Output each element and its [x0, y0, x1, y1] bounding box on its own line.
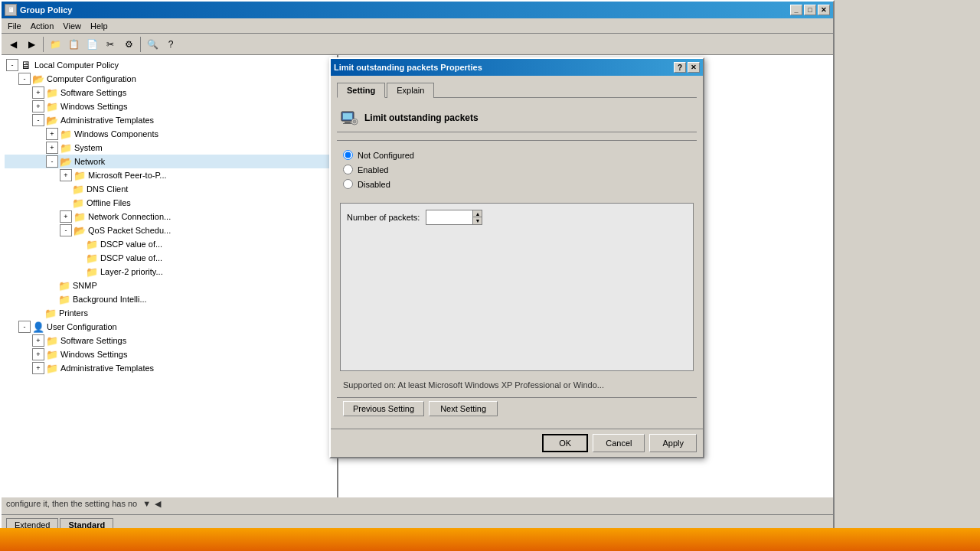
expand-software-settings[interactable]: +: [32, 86, 44, 99]
tree-panel: - 🖥 Local Computer Policy - 📂 Computer C…: [2, 55, 338, 499]
expand-user-config[interactable]: -: [18, 321, 31, 333]
tree-item-background[interactable]: 📁 Background Intelli...: [5, 292, 334, 306]
forward-button[interactable]: ▶: [23, 36, 40, 53]
file-menu[interactable]: File: [3, 20, 26, 32]
up-button[interactable]: 📁: [47, 36, 64, 53]
radio-not-configured[interactable]: Not Configured: [343, 150, 691, 160]
view-menu[interactable]: View: [58, 20, 86, 32]
tree-label-printers: Printers: [59, 308, 88, 318]
folder-icon-wc: 📁: [60, 128, 72, 140]
expand-user-windows[interactable]: +: [32, 348, 44, 360]
app-icon: 🖥: [5, 4, 17, 16]
folder-icon-ws: 📁: [46, 100, 58, 112]
expand-user-software[interactable]: +: [32, 334, 44, 347]
cancel-button[interactable]: Cancel: [593, 434, 645, 452]
tree-item-snmp[interactable]: 📁 SNMP: [5, 279, 334, 292]
tree-item-network[interactable]: - 📂 Network: [5, 155, 334, 168]
tree-item-layer2[interactable]: 📁 Layer-2 priority...: [5, 265, 334, 279]
paste-button[interactable]: 📄: [83, 36, 100, 53]
help-button[interactable]: ?: [162, 36, 179, 53]
delete-button[interactable]: ✂: [102, 36, 119, 53]
toolbar-separator-2: [140, 37, 141, 52]
tree-label-computer-config: Computer Configuration: [47, 74, 136, 83]
export-button[interactable]: 🔍: [144, 36, 161, 53]
tree-item-network-connection[interactable]: + 📁 Network Connection...: [5, 210, 334, 223]
ok-button[interactable]: OK: [542, 434, 588, 452]
tree-item-user-windows[interactable]: + 📁 Windows Settings: [5, 347, 334, 361]
tree-item-system[interactable]: + 📁 System: [5, 141, 334, 155]
maximize-button[interactable]: □: [804, 5, 816, 15]
tree-item-dns-client[interactable]: 📁 DNS Client: [5, 182, 334, 196]
apply-button[interactable]: Apply: [649, 434, 697, 452]
expand-ms-peer[interactable]: +: [60, 169, 72, 181]
previous-setting-button[interactable]: Previous Setting: [343, 401, 424, 416]
supported-on: Supported on: At least Microsoft Windows…: [337, 377, 697, 393]
tree-label-network: Network: [74, 157, 105, 166]
expand-windows-settings[interactable]: +: [32, 100, 44, 112]
tree-item-offline-files[interactable]: 📁 Offline Files: [5, 196, 334, 210]
dialog-close-button[interactable]: ✕: [688, 62, 700, 73]
tree-item-windows-components[interactable]: + 📁 Windows Components: [5, 127, 334, 141]
expand-network-connection[interactable]: +: [60, 210, 72, 223]
expand-computer-config[interactable]: -: [18, 73, 31, 85]
tree-item-local-policy[interactable]: - 🖥 Local Computer Policy: [5, 58, 334, 72]
properties-button[interactable]: ⚙: [120, 36, 137, 53]
expand-network[interactable]: -: [46, 155, 58, 168]
next-setting-button[interactable]: Next Setting: [429, 401, 498, 416]
tree-label-ms-peer: Microsoft Peer-to-P...: [88, 171, 167, 180]
tree-item-user-admin[interactable]: + 📁 Administrative Templates: [5, 361, 334, 375]
params-label: Number of packets:: [347, 213, 420, 222]
label-enabled: Enabled: [358, 165, 388, 174]
folder-icon-uws: 📁: [46, 348, 58, 360]
expand-system[interactable]: +: [46, 142, 58, 154]
help-menu[interactable]: Help: [86, 20, 113, 32]
tree-label-user-software: Software Settings: [60, 336, 126, 345]
tree-label-software-settings: Software Settings: [60, 88, 126, 97]
folder-icon-off: 📁: [72, 197, 84, 209]
tree-item-admin-templates[interactable]: - 📂 Administrative Templates: [5, 113, 334, 127]
tree-item-computer-config[interactable]: - 📂 Computer Configuration: [5, 72, 334, 86]
svg-point-5: [353, 120, 356, 123]
expand-user-admin[interactable]: +: [32, 362, 44, 374]
spinner-up-button[interactable]: ▲: [472, 210, 482, 217]
expand-admin-templates[interactable]: -: [32, 114, 44, 126]
svg-rect-1: [343, 113, 352, 119]
close-button[interactable]: ✕: [818, 5, 830, 15]
scroll-down-icon[interactable]: ▼: [142, 499, 151, 508]
tree-item-software-settings[interactable]: + 📁 Software Settings: [5, 86, 334, 99]
radio-disabled[interactable]: Disabled: [343, 179, 691, 189]
tree-label-system: System: [74, 143, 103, 152]
scroll-right-icon[interactable]: ◀: [155, 499, 161, 509]
params-input-wrapper: ▲ ▼: [426, 210, 482, 225]
tab-explain[interactable]: Explain: [387, 83, 434, 98]
tree-item-windows-settings[interactable]: + 📁 Windows Settings: [5, 99, 334, 113]
toolbar-separator-1: [43, 37, 44, 52]
back-button[interactable]: ◀: [5, 36, 21, 53]
tree-item-user-config[interactable]: - 👤 User Configuration: [5, 320, 334, 334]
policy-header: Limit outstanding packets: [337, 104, 697, 132]
tree-item-printers[interactable]: 📁 Printers: [5, 306, 334, 320]
tree-item-user-software[interactable]: + 📁 Software Settings: [5, 334, 334, 347]
radio-group: Not Configured Enabled Disabled: [337, 147, 697, 197]
spinner-down-button[interactable]: ▼: [472, 217, 482, 224]
tab-setting[interactable]: Setting: [337, 83, 385, 98]
action-menu[interactable]: Action: [26, 20, 59, 32]
dialog-help-button[interactable]: ?: [674, 62, 686, 73]
tree-item-dscp1[interactable]: 📁 DSCP value of...: [5, 237, 334, 251]
radio-enabled[interactable]: Enabled: [343, 165, 691, 174]
expand-windows-components[interactable]: +: [46, 128, 58, 140]
minimize-button[interactable]: _: [790, 5, 802, 15]
folder-icon-dns: 📁: [72, 183, 84, 195]
tree-label-network-connection: Network Connection...: [88, 212, 171, 221]
expand-local-policy[interactable]: -: [6, 59, 18, 71]
folder-icon-l2: 📁: [86, 266, 98, 278]
expand-qos-packet[interactable]: -: [60, 224, 72, 236]
tree-label-dscp1: DSCP value of...: [100, 240, 162, 249]
copy-button[interactable]: 📋: [65, 36, 82, 53]
dialog-title: Limit outstanding packets Properties: [334, 63, 674, 72]
tree-item-qos-packet[interactable]: - 📂 QoS Packet Schedu...: [5, 223, 334, 237]
tree-item-dscp2[interactable]: 📁 DSCP value of...: [5, 251, 334, 265]
tree-item-ms-peer[interactable]: + 📁 Microsoft Peer-to-P...: [5, 168, 334, 182]
packets-input[interactable]: [426, 210, 472, 224]
label-disabled: Disabled: [358, 180, 390, 189]
